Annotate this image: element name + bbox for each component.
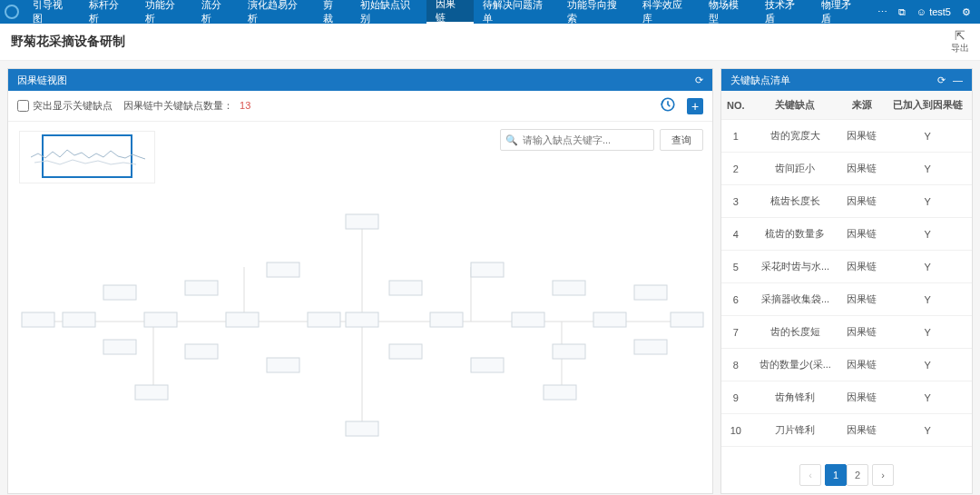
cell-source: 因果链: [840, 381, 883, 414]
title-bar: 野菊花采摘设备研制 ⇱ 导出: [0, 24, 980, 61]
user-label[interactable]: ☺ test5: [916, 6, 951, 17]
pagination-prev[interactable]: ‹: [799, 464, 821, 486]
table-row[interactable]: 10刀片锋利因果链Y: [721, 414, 972, 447]
export-icon: ⇱: [951, 29, 969, 42]
cell-defect: 齿间距小: [750, 153, 841, 185]
nav-item[interactable]: 剪裁: [314, 0, 351, 24]
nav-item[interactable]: 流分析: [192, 0, 240, 24]
nav-item[interactable]: 因果链: [426, 0, 474, 24]
menu-dots-icon[interactable]: ⋯: [877, 6, 887, 18]
nav-item[interactable]: 技术矛盾: [756, 0, 812, 24]
col-source: 来源: [840, 91, 883, 120]
svg-rect-17: [267, 358, 299, 372]
nav-item[interactable]: 引导视图: [24, 0, 80, 24]
search-icon: 🔍: [505, 134, 518, 146]
svg-rect-13: [185, 344, 218, 359]
left-toolbar: 突出显示关键缺点 因果链中关键缺点数量： 13 +: [8, 91, 712, 122]
cell-source: 因果链: [840, 153, 883, 185]
diagram-canvas[interactable]: 🔍 查询: [8, 122, 712, 493]
cell-no: 4: [721, 218, 750, 251]
table-row[interactable]: 2齿间距小因果链Y: [721, 153, 972, 185]
cell-source: 因果链: [840, 316, 883, 349]
highlight-checkbox[interactable]: 突出显示关键缺点: [17, 99, 113, 113]
export-button[interactable]: ⇱ 导出: [951, 29, 969, 54]
table-row[interactable]: 4梳齿的数量多因果链Y: [721, 218, 972, 251]
col-defect: 关键缺点: [750, 91, 841, 120]
cell-no: 3: [721, 185, 750, 218]
add-button[interactable]: +: [687, 98, 703, 114]
cell-added: Y: [883, 120, 972, 153]
nav-item[interactable]: 初始缺点识别: [351, 0, 426, 24]
copy-icon[interactable]: ⧉: [898, 6, 906, 18]
nav-item[interactable]: 标杆分析: [80, 0, 136, 24]
svg-rect-25: [471, 262, 504, 277]
cell-defect: 齿的宽度大: [750, 120, 841, 153]
causal-chain-panel: 因果链视图 ⟳ 突出显示关键缺点 因果链中关键缺点数量： 13 + �: [7, 68, 713, 494]
cell-defect: 采摘器收集袋...: [750, 283, 841, 316]
nav-item[interactable]: 物场模型: [700, 0, 756, 24]
svg-rect-26: [471, 358, 504, 372]
table-row[interactable]: 3梳齿长度长因果链Y: [721, 185, 972, 218]
svg-rect-15: [226, 312, 259, 327]
svg-rect-31: [634, 340, 667, 354]
nav-item[interactable]: 功能分析: [136, 0, 192, 24]
svg-rect-19: [346, 214, 378, 229]
cell-defect: 梳齿的数量多: [750, 218, 841, 251]
minimap[interactable]: [19, 131, 155, 183]
highlight-checkbox-input[interactable]: [17, 100, 29, 112]
refresh-icon[interactable]: ⟳: [937, 74, 946, 86]
cell-source: 因果链: [840, 185, 883, 218]
svg-rect-33: [671, 312, 703, 327]
logo-icon: [5, 5, 19, 19]
nav-item[interactable]: 功能导向搜索: [558, 0, 633, 24]
svg-rect-12: [144, 312, 177, 327]
cell-no: 7: [721, 316, 750, 349]
table-row[interactable]: 7齿的长度短因果链Y: [721, 316, 972, 349]
cell-no: 10: [721, 414, 750, 447]
cell-no: 5: [721, 251, 750, 283]
svg-rect-9: [63, 312, 95, 327]
nav-item[interactable]: 演化趋易分析: [239, 0, 314, 24]
cell-defect: 齿的长度短: [750, 316, 841, 349]
cell-source: 因果链: [840, 349, 883, 381]
user-icon: ☺: [916, 6, 926, 17]
cell-no: 6: [721, 283, 750, 316]
table-row[interactable]: 5采花时齿与水...因果链Y: [721, 251, 972, 283]
pagination-next[interactable]: ›: [872, 464, 894, 486]
svg-rect-18: [308, 312, 340, 327]
svg-rect-22: [389, 344, 422, 359]
main-content: 因果链视图 ⟳ 突出显示关键缺点 因果链中关键缺点数量： 13 + �: [0, 61, 980, 495]
cell-defect: 采花时齿与水...: [750, 251, 841, 283]
right-panel-title: 关键缺点清单: [730, 74, 790, 87]
col-no: NO.: [721, 91, 750, 120]
pagination-page[interactable]: 1: [825, 464, 847, 486]
table-row[interactable]: 6采摘器收集袋...因果链Y: [721, 283, 972, 316]
collapse-icon[interactable]: —: [953, 74, 963, 85]
table-row[interactable]: 1齿的宽度大因果链Y: [721, 120, 972, 153]
svg-rect-16: [267, 262, 299, 277]
search-input[interactable]: [500, 129, 654, 151]
search-button[interactable]: 查询: [660, 129, 703, 151]
svg-rect-35: [544, 385, 576, 400]
svg-rect-8: [22, 312, 54, 327]
history-icon[interactable]: [660, 96, 676, 115]
svg-rect-28: [553, 344, 585, 359]
nav-item[interactable]: 物理矛盾: [812, 0, 868, 24]
svg-rect-30: [593, 312, 626, 327]
table-header-row: NO. 关键缺点 来源 已加入到因果链: [721, 91, 972, 120]
cell-added: Y: [883, 349, 972, 381]
svg-rect-23: [389, 281, 422, 295]
user-name: test5: [929, 6, 951, 17]
refresh-icon[interactable]: ⟳: [695, 74, 703, 86]
topnav-right: ⋯ ⧉ ☺ test5 ⚙: [868, 0, 980, 24]
settings-icon[interactable]: ⚙: [962, 6, 971, 18]
nav-item[interactable]: 待解决问题清单: [474, 0, 558, 24]
pagination: ‹ 12 ›: [721, 457, 972, 493]
table-row[interactable]: 8齿的数量少(采...因果链Y: [721, 349, 972, 381]
pagination-page[interactable]: 2: [847, 464, 868, 486]
left-panel-title: 因果链视图: [17, 74, 67, 87]
cell-source: 因果链: [840, 120, 883, 153]
table-row[interactable]: 9齿角锋利因果链Y: [721, 381, 972, 414]
cell-added: Y: [883, 381, 972, 414]
nav-item[interactable]: 科学效应库: [633, 0, 699, 24]
